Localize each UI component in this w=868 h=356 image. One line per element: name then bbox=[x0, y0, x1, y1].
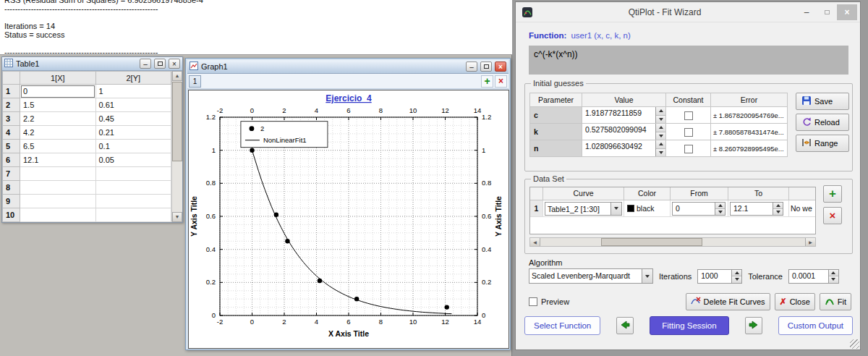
cell-x[interactable] bbox=[20, 167, 96, 181]
row-number[interactable]: 5 bbox=[3, 140, 20, 153]
to-column-header[interactable]: To bbox=[728, 187, 789, 200]
spinner-up-icon[interactable] bbox=[656, 107, 665, 116]
curve-column-header[interactable]: Curve bbox=[543, 187, 624, 200]
minimize-button[interactable]: – bbox=[796, 4, 817, 20]
param-value-input[interactable]: 0.5275802099094 bbox=[582, 124, 665, 140]
graph1-titlebar[interactable]: Graph1 – × bbox=[187, 60, 509, 74]
row-number[interactable]: 9 bbox=[3, 195, 20, 208]
column-header-x[interactable]: 1[X] bbox=[20, 72, 96, 85]
param-constant-cell[interactable] bbox=[666, 124, 711, 140]
param-value-input[interactable]: 1.028096630492 bbox=[582, 140, 665, 156]
fit-plot[interactable]: -2-20022446688101012121414000.20.20.40.4… bbox=[188, 90, 509, 349]
maximize-button[interactable] bbox=[817, 4, 837, 20]
cell-y[interactable]: 0.05 bbox=[95, 153, 171, 167]
row-number[interactable]: 2 bbox=[3, 98, 20, 112]
checkbox-icon[interactable] bbox=[684, 111, 693, 120]
value-column-header[interactable]: Value bbox=[582, 93, 666, 107]
vertical-scrollbar[interactable]: ▲ ▼ bbox=[171, 71, 182, 222]
param-constant-cell[interactable] bbox=[666, 140, 711, 157]
range-button[interactable]: Range bbox=[796, 135, 849, 152]
tolerance-input[interactable]: 0.0001 bbox=[788, 269, 839, 284]
cell-y[interactable]: 0.1 bbox=[95, 140, 171, 153]
from-input[interactable]: 0 bbox=[672, 202, 726, 216]
curve-color-cell[interactable]: black bbox=[624, 200, 671, 217]
spinner-up-icon[interactable] bbox=[715, 203, 725, 209]
cell-y[interactable]: 0.21 bbox=[95, 126, 171, 140]
row-number[interactable]: 3 bbox=[3, 112, 20, 126]
to-cell[interactable]: 12.1 bbox=[728, 200, 789, 217]
param-name[interactable]: c bbox=[530, 107, 582, 124]
reload-button[interactable]: Reload bbox=[796, 114, 849, 131]
cell-x[interactable] bbox=[20, 208, 96, 222]
spinner-down-icon[interactable] bbox=[656, 149, 665, 157]
scroll-down-icon[interactable]: ▼ bbox=[172, 212, 182, 222]
add-layer-button[interactable]: + bbox=[481, 75, 493, 88]
spinner-down-icon[interactable] bbox=[656, 132, 665, 140]
scrollbar-thumb[interactable] bbox=[172, 82, 182, 161]
save-button[interactable]: Save bbox=[796, 93, 849, 110]
next-step-button[interactable] bbox=[745, 317, 762, 334]
custom-output-button[interactable]: Custom Output bbox=[778, 316, 853, 335]
horizontal-scrollbar[interactable]: ◀ ▶ bbox=[529, 237, 816, 247]
cell-y[interactable] bbox=[95, 167, 171, 181]
param-value-cell[interactable]: 1.028096630492 bbox=[582, 140, 666, 157]
remove-dataset-button[interactable]: × bbox=[823, 207, 842, 224]
fitting-session-button[interactable]: Fitting Session bbox=[650, 316, 728, 335]
remove-layer-button[interactable]: × bbox=[495, 75, 507, 88]
results-log[interactable]: RSS (Residual Sum of Squares) = 6.902566… bbox=[0, 0, 512, 55]
cell-x[interactable]: 2.2 bbox=[20, 112, 96, 126]
curve-select[interactable]: Table1_2 [1:30] bbox=[545, 202, 622, 216]
cell-y[interactable]: 0.61 bbox=[95, 98, 171, 112]
param-value-cell[interactable]: 1.918778211859 bbox=[582, 107, 666, 124]
column-header-y[interactable]: 2[Y] bbox=[95, 72, 171, 85]
scroll-up-icon[interactable]: ▲ bbox=[172, 71, 182, 81]
table1-titlebar[interactable]: Table1 – × bbox=[2, 57, 182, 71]
spinner-up-icon[interactable] bbox=[829, 270, 838, 277]
select-function-button[interactable]: Select Function bbox=[524, 316, 600, 335]
close-wizard-button[interactable]: ✗ Close bbox=[775, 293, 815, 310]
add-dataset-button[interactable]: + bbox=[823, 185, 842, 203]
spinner-down-icon[interactable] bbox=[773, 209, 783, 215]
checkbox-icon[interactable] bbox=[529, 297, 537, 306]
delete-fit-curves-button[interactable]: Delete Fit Curves bbox=[686, 293, 770, 310]
from-column-header[interactable]: From bbox=[671, 187, 728, 200]
minimize-button[interactable]: – bbox=[140, 59, 151, 69]
fit-button[interactable]: Fit bbox=[820, 293, 851, 310]
from-cell[interactable]: 0 bbox=[671, 200, 728, 217]
close-button[interactable]: × bbox=[837, 4, 857, 20]
cell-x[interactable]: 4.2 bbox=[20, 126, 96, 140]
restore-button[interactable] bbox=[480, 62, 492, 72]
param-constant-cell[interactable] bbox=[666, 107, 711, 124]
cell-x[interactable] bbox=[20, 181, 96, 195]
minimize-button[interactable]: – bbox=[466, 62, 477, 72]
param-column-header[interactable]: Parameter bbox=[530, 93, 582, 107]
iterations-input[interactable]: 1000 bbox=[697, 269, 742, 284]
row-number[interactable]: 10 bbox=[3, 208, 20, 222]
cell-y[interactable] bbox=[95, 195, 171, 208]
cell-x[interactable] bbox=[20, 195, 96, 208]
dialog-titlebar[interactable]: QtiPlot - Fit Wizard – × bbox=[516, 2, 860, 22]
scrollbar-track[interactable] bbox=[540, 238, 805, 246]
prev-step-button[interactable] bbox=[616, 317, 634, 334]
checkbox-icon[interactable] bbox=[684, 128, 693, 137]
checkbox-icon[interactable] bbox=[684, 145, 693, 153]
row-number[interactable]: 8 bbox=[3, 181, 20, 195]
cell-y[interactable] bbox=[95, 181, 171, 195]
row-number[interactable]: 6 bbox=[3, 153, 20, 167]
dataset-row[interactable]: 1 Table1_2 [1:30] black 0 bbox=[530, 200, 815, 217]
constant-column-header[interactable]: Constant bbox=[666, 93, 711, 107]
cell-y[interactable]: 0.45 bbox=[95, 112, 171, 126]
corner-cell[interactable] bbox=[3, 72, 20, 85]
cell-x[interactable]: 12.1 bbox=[20, 153, 96, 167]
restore-button[interactable] bbox=[154, 59, 166, 69]
spinner-down-icon[interactable] bbox=[829, 276, 838, 283]
row-number[interactable]: 7 bbox=[3, 167, 20, 181]
scrollbar-thumb[interactable] bbox=[601, 238, 702, 246]
spinner-down-icon[interactable] bbox=[715, 209, 725, 215]
dropdown-arrow-icon[interactable] bbox=[610, 203, 621, 215]
cell-y[interactable] bbox=[95, 208, 171, 222]
spinner-up-icon[interactable] bbox=[732, 270, 741, 277]
spinner-up-icon[interactable] bbox=[656, 124, 665, 132]
close-button[interactable]: × bbox=[169, 59, 180, 69]
algorithm-select[interactable]: Scaled Levenberg-Marquardt bbox=[529, 268, 653, 284]
